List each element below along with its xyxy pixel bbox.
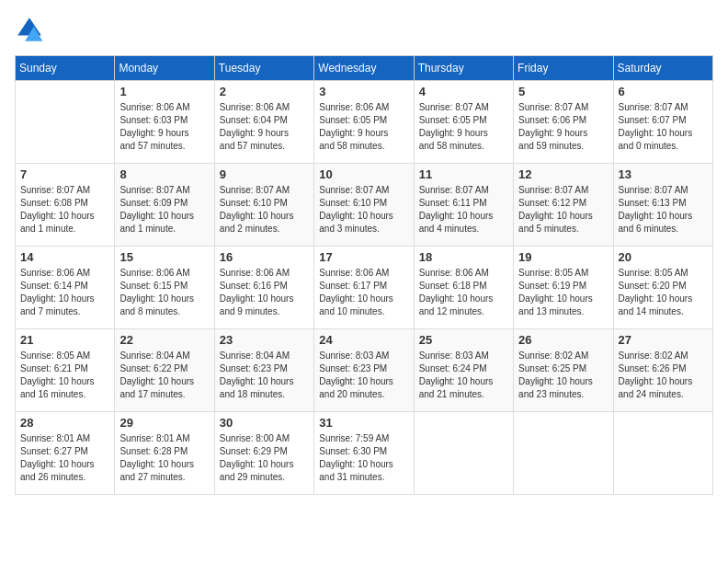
calendar-table: SundayMondayTuesdayWednesdayThursdayFrid… xyxy=(15,55,713,495)
calendar-cell xyxy=(613,412,712,495)
day-number: 14 xyxy=(20,250,109,264)
day-info: Sunrise: 8:02 AM Sunset: 6:26 PM Dayligh… xyxy=(619,350,708,401)
day-info: Sunrise: 8:06 AM Sunset: 6:05 PM Dayligh… xyxy=(319,101,408,153)
day-number: 6 xyxy=(619,85,708,98)
day-info: Sunrise: 8:03 AM Sunset: 6:23 PM Dayligh… xyxy=(319,350,408,401)
day-info: Sunrise: 8:07 AM Sunset: 6:11 PM Dayligh… xyxy=(419,184,508,236)
calendar-week-row: 7Sunrise: 8:07 AM Sunset: 6:08 PM Daylig… xyxy=(16,164,713,247)
day-info: Sunrise: 8:06 AM Sunset: 6:18 PM Dayligh… xyxy=(419,267,508,318)
calendar-cell xyxy=(514,412,613,495)
day-info: Sunrise: 8:07 AM Sunset: 6:07 PM Dayligh… xyxy=(619,101,708,153)
calendar-cell: 16Sunrise: 8:06 AM Sunset: 6:16 PM Dayli… xyxy=(214,247,313,329)
day-info: Sunrise: 8:06 AM Sunset: 6:15 PM Dayligh… xyxy=(119,267,209,318)
day-number: 17 xyxy=(319,250,408,264)
svg-marker-0 xyxy=(17,17,41,35)
day-info: Sunrise: 8:07 AM Sunset: 6:10 PM Dayligh… xyxy=(319,184,408,236)
calendar-week-row: 21Sunrise: 8:05 AM Sunset: 6:21 PM Dayli… xyxy=(16,329,713,412)
day-of-week-header: Wednesday xyxy=(314,56,414,81)
day-number: 20 xyxy=(619,250,708,264)
calendar-cell: 19Sunrise: 8:05 AM Sunset: 6:19 PM Dayli… xyxy=(514,247,613,329)
day-number: 25 xyxy=(419,333,508,347)
calendar-week-row: 1Sunrise: 8:06 AM Sunset: 6:03 PM Daylig… xyxy=(16,81,713,164)
day-info: Sunrise: 8:06 AM Sunset: 6:03 PM Dayligh… xyxy=(119,101,209,153)
calendar-cell: 4Sunrise: 8:07 AM Sunset: 6:05 PM Daylig… xyxy=(414,81,513,164)
day-info: Sunrise: 8:07 AM Sunset: 6:10 PM Dayligh… xyxy=(220,184,309,236)
day-number: 21 xyxy=(20,333,109,347)
day-info: Sunrise: 8:07 AM Sunset: 6:09 PM Dayligh… xyxy=(119,184,209,236)
calendar-cell: 18Sunrise: 8:06 AM Sunset: 6:18 PM Dayli… xyxy=(414,247,513,329)
day-info: Sunrise: 7:59 AM Sunset: 6:30 PM Dayligh… xyxy=(319,432,408,484)
day-info: Sunrise: 8:06 AM Sunset: 6:04 PM Dayligh… xyxy=(220,101,309,153)
day-number: 11 xyxy=(419,167,508,181)
day-info: Sunrise: 8:06 AM Sunset: 6:17 PM Dayligh… xyxy=(319,267,408,318)
day-info: Sunrise: 8:05 AM Sunset: 6:21 PM Dayligh… xyxy=(20,350,109,401)
calendar-cell: 17Sunrise: 8:06 AM Sunset: 6:17 PM Dayli… xyxy=(314,247,414,329)
day-info: Sunrise: 8:05 AM Sunset: 6:20 PM Dayligh… xyxy=(619,267,708,318)
day-number: 4 xyxy=(419,85,508,98)
day-info: Sunrise: 8:01 AM Sunset: 6:28 PM Dayligh… xyxy=(119,432,209,484)
calendar-week-row: 28Sunrise: 8:01 AM Sunset: 6:27 PM Dayli… xyxy=(16,412,713,495)
calendar-cell: 20Sunrise: 8:05 AM Sunset: 6:20 PM Dayli… xyxy=(613,247,712,329)
calendar-cell: 5Sunrise: 8:07 AM Sunset: 6:06 PM Daylig… xyxy=(514,81,613,164)
day-of-week-header: Friday xyxy=(514,56,613,81)
calendar-cell: 29Sunrise: 8:01 AM Sunset: 6:28 PM Dayli… xyxy=(115,412,214,495)
day-info: Sunrise: 8:00 AM Sunset: 6:29 PM Dayligh… xyxy=(220,432,309,484)
calendar-cell: 21Sunrise: 8:05 AM Sunset: 6:21 PM Dayli… xyxy=(16,329,115,412)
day-info: Sunrise: 8:04 AM Sunset: 6:23 PM Dayligh… xyxy=(220,350,309,401)
calendar-cell: 25Sunrise: 8:03 AM Sunset: 6:24 PM Dayli… xyxy=(414,329,513,412)
day-info: Sunrise: 8:07 AM Sunset: 6:12 PM Dayligh… xyxy=(518,184,608,236)
day-number: 12 xyxy=(518,167,608,181)
calendar-week-row: 14Sunrise: 8:06 AM Sunset: 6:14 PM Dayli… xyxy=(16,247,713,329)
day-number: 22 xyxy=(119,333,209,347)
day-number: 7 xyxy=(20,167,109,181)
day-info: Sunrise: 8:03 AM Sunset: 6:24 PM Dayligh… xyxy=(419,350,508,401)
calendar-cell: 3Sunrise: 8:06 AM Sunset: 6:05 PM Daylig… xyxy=(314,81,414,164)
page-header xyxy=(15,15,713,44)
calendar-cell: 7Sunrise: 8:07 AM Sunset: 6:08 PM Daylig… xyxy=(16,164,115,247)
day-number: 16 xyxy=(220,250,309,264)
day-of-week-header: Monday xyxy=(115,56,214,81)
day-info: Sunrise: 8:01 AM Sunset: 6:27 PM Dayligh… xyxy=(20,432,109,484)
day-number: 27 xyxy=(619,333,708,347)
day-number: 23 xyxy=(220,333,309,347)
day-of-week-header: Saturday xyxy=(613,56,712,81)
day-info: Sunrise: 8:05 AM Sunset: 6:19 PM Dayligh… xyxy=(518,267,608,318)
day-number: 3 xyxy=(319,85,408,98)
day-info: Sunrise: 8:04 AM Sunset: 6:22 PM Dayligh… xyxy=(119,350,209,401)
day-info: Sunrise: 8:06 AM Sunset: 6:16 PM Dayligh… xyxy=(220,267,309,318)
day-number: 15 xyxy=(119,250,209,264)
day-info: Sunrise: 8:07 AM Sunset: 6:08 PM Dayligh… xyxy=(20,184,109,236)
day-of-week-header: Thursday xyxy=(414,56,513,81)
calendar-cell xyxy=(16,81,115,164)
day-info: Sunrise: 8:07 AM Sunset: 6:13 PM Dayligh… xyxy=(619,184,708,236)
day-number: 31 xyxy=(319,416,408,430)
calendar-cell: 1Sunrise: 8:06 AM Sunset: 6:03 PM Daylig… xyxy=(115,81,214,164)
day-number: 29 xyxy=(119,416,209,430)
logo xyxy=(15,15,48,44)
calendar-cell: 30Sunrise: 8:00 AM Sunset: 6:29 PM Dayli… xyxy=(214,412,313,495)
calendar-cell: 24Sunrise: 8:03 AM Sunset: 6:23 PM Dayli… xyxy=(314,329,414,412)
day-number: 24 xyxy=(319,333,408,347)
day-info: Sunrise: 8:06 AM Sunset: 6:14 PM Dayligh… xyxy=(20,267,109,318)
calendar-cell: 14Sunrise: 8:06 AM Sunset: 6:14 PM Dayli… xyxy=(16,247,115,329)
day-number: 2 xyxy=(220,85,309,98)
calendar-header-row: SundayMondayTuesdayWednesdayThursdayFrid… xyxy=(16,56,713,81)
calendar-cell: 12Sunrise: 8:07 AM Sunset: 6:12 PM Dayli… xyxy=(514,164,613,247)
day-number: 19 xyxy=(518,250,608,264)
calendar-cell: 26Sunrise: 8:02 AM Sunset: 6:25 PM Dayli… xyxy=(514,329,613,412)
calendar-cell: 27Sunrise: 8:02 AM Sunset: 6:26 PM Dayli… xyxy=(613,329,712,412)
day-number: 28 xyxy=(20,416,109,430)
calendar-cell: 13Sunrise: 8:07 AM Sunset: 6:13 PM Dayli… xyxy=(613,164,712,247)
calendar-cell: 22Sunrise: 8:04 AM Sunset: 6:22 PM Dayli… xyxy=(115,329,214,412)
calendar-cell: 31Sunrise: 7:59 AM Sunset: 6:30 PM Dayli… xyxy=(314,412,414,495)
day-info: Sunrise: 8:02 AM Sunset: 6:25 PM Dayligh… xyxy=(518,350,608,401)
day-number: 13 xyxy=(619,167,708,181)
day-number: 5 xyxy=(518,85,608,98)
logo-icon xyxy=(15,15,44,44)
day-number: 30 xyxy=(220,416,309,430)
day-of-week-header: Sunday xyxy=(16,56,115,81)
calendar-cell: 11Sunrise: 8:07 AM Sunset: 6:11 PM Dayli… xyxy=(414,164,513,247)
calendar-cell xyxy=(414,412,513,495)
day-number: 9 xyxy=(220,167,309,181)
day-info: Sunrise: 8:07 AM Sunset: 6:06 PM Dayligh… xyxy=(518,101,608,153)
